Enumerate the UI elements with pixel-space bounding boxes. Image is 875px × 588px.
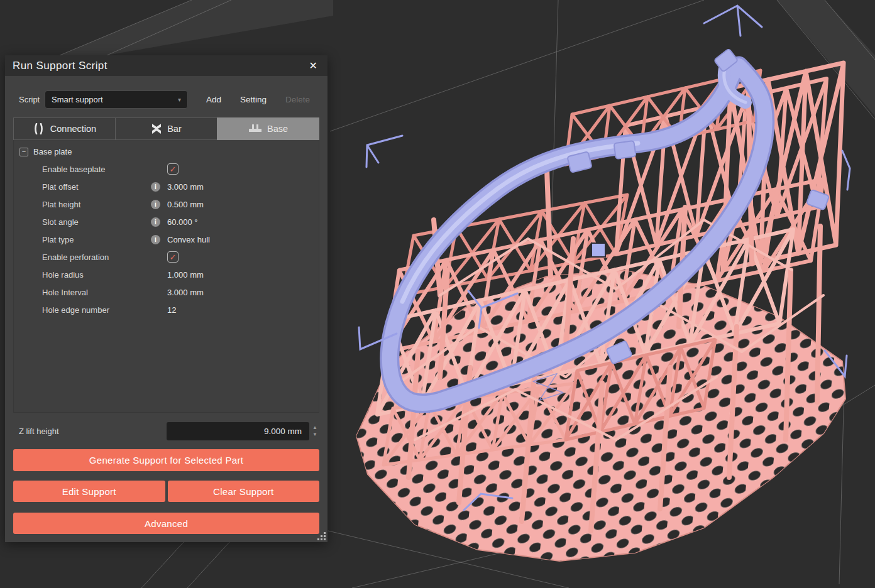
script-select-value: Smart support [52,95,103,104]
chevron-down-icon: ▾ [178,96,181,103]
bar-icon [151,123,162,134]
hole-interval-value[interactable]: 3.000 mm [165,288,204,297]
info-icon[interactable]: i [151,217,160,227]
z-lift-label: Z lift height [13,427,167,436]
info-icon[interactable]: i [151,235,160,244]
delete-button[interactable]: Delete [285,95,310,104]
info-icon[interactable]: i [151,200,160,209]
connection-icon [33,123,45,134]
z-lift-row: Z lift height 9.000 mm ▲ ▼ [13,422,319,440]
tab-bar[interactable]: Bar [115,117,217,140]
z-lift-input[interactable]: 9.000 mm [167,422,309,440]
script-select[interactable]: Smart support ▾ [45,90,188,109]
support-tabs: Connection Bar Base [13,117,319,140]
resize-grip[interactable] [317,532,326,540]
base-plate-group: − Base plate [14,145,319,160]
tab-connection[interactable]: Connection [13,117,115,140]
enable-baseplate-checkbox[interactable]: ✓ [167,163,179,175]
hole-edge-number-value[interactable]: 12 [165,305,176,315]
param-row-hole-interval: Hole Interval 3.000 mm [14,283,319,301]
setting-button[interactable]: Setting [240,95,267,104]
dialog-titlebar[interactable]: Run Support Script ✕ [5,55,327,76]
param-row-slot-angle: Slot angle i 60.000 ° [14,213,319,231]
plat-height-value[interactable]: 0.500 mm [165,200,204,209]
script-row: Script Smart support ▾ Add Setting Delet… [13,90,319,109]
script-label: Script [13,95,45,104]
param-row-plat-type: Plat type i Convex hull [14,231,319,248]
tab-bar-label: Bar [167,124,182,134]
z-lift-spinner[interactable]: ▲ ▼ [311,425,319,437]
info-icon[interactable]: i [151,182,160,192]
tab-base-label: Base [267,124,288,134]
param-row-enable-perforation: Enable perforation ✓ [14,248,319,266]
plat-type-value[interactable]: Convex hull [165,235,210,244]
spinner-down-icon[interactable]: ▼ [312,432,317,437]
generate-support-button[interactable]: Generate Support for Selected Part [13,449,319,471]
dialog-title: Run Support Script [13,60,107,72]
param-row-plat-offset: Plat offset i 3.000 mm [14,178,319,195]
tab-base[interactable]: Base [217,117,319,140]
spinner-up-icon[interactable]: ▲ [312,425,317,430]
add-button[interactable]: Add [206,95,221,104]
tab-connection-label: Connection [50,124,96,134]
base-icon [248,124,262,134]
check-icon: ✓ [170,165,177,173]
param-row-hole-radius: Hole radius 1.000 mm [14,266,319,283]
dialog-body: Script Smart support ▾ Add Setting Delet… [5,76,327,542]
selection-handle[interactable] [592,243,605,257]
base-settings-tree: − Base plate Enable baseplate ✓ Plat off… [13,140,319,413]
param-row-plat-height: Plat height i 0.500 mm [14,195,319,213]
group-label: Base plate [33,147,72,156]
clear-support-button[interactable]: Clear Support [168,481,320,502]
close-icon[interactable]: ✕ [307,58,320,73]
enable-perforation-checkbox[interactable]: ✓ [167,251,179,263]
z-lift-value: 9.000 mm [264,427,302,436]
hole-radius-value[interactable]: 1.000 mm [165,270,204,280]
slot-angle-value[interactable]: 60.000 ° [165,217,198,227]
param-row-hole-edge-number: Hole edge number 12 [14,301,319,318]
advanced-button[interactable]: Advanced [13,513,319,534]
param-row-enable-baseplate: Enable baseplate ✓ [14,160,319,178]
run-support-script-dialog: Run Support Script ✕ Script Smart suppor… [5,55,327,542]
edit-support-button[interactable]: Edit Support [13,481,165,502]
collapse-icon[interactable]: − [19,148,28,156]
plat-offset-value[interactable]: 3.000 mm [165,182,204,192]
check-icon: ✓ [170,253,177,261]
